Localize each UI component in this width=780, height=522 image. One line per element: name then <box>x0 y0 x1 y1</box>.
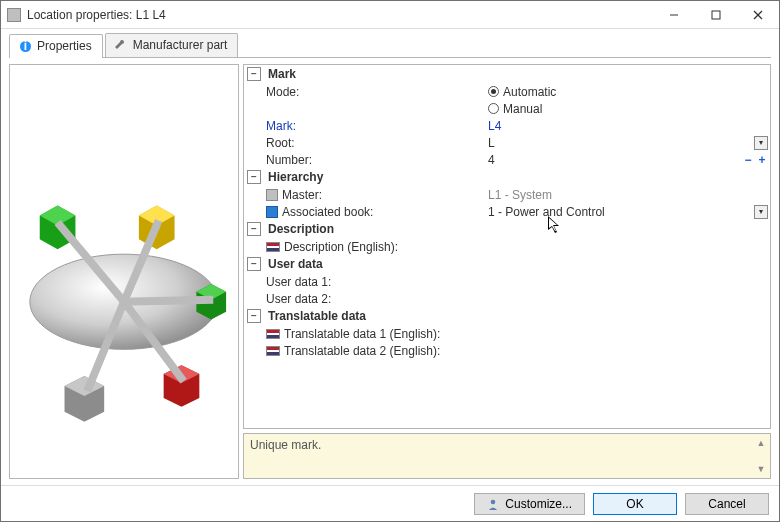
value-assoc-book[interactable]: 1 - Power and Control ▾ <box>484 205 770 219</box>
titlebar: Location properties: L1 L4 <box>1 1 779 29</box>
collapse-icon[interactable]: − <box>247 257 261 271</box>
svg-text:i: i <box>23 40 26 53</box>
row-td1: Translatable data 1 (English): <box>244 325 770 342</box>
collapse-icon[interactable]: − <box>247 222 261 236</box>
value-mode-auto[interactable]: Automatic <box>484 85 770 99</box>
row-ud1: User data 1: <box>244 273 770 290</box>
collapse-icon[interactable]: − <box>247 67 261 81</box>
row-mode: Mode: Automatic <box>244 83 770 100</box>
label-assoc-book: Associated book: <box>244 205 484 219</box>
row-root: Root: L ▾ <box>244 134 770 151</box>
window-title: Location properties: L1 L4 <box>27 8 653 22</box>
dropdown-icon[interactable]: ▾ <box>754 205 768 219</box>
row-assoc-book: Associated book: 1 - Power and Control ▾ <box>244 203 770 220</box>
scroll-up-icon[interactable]: ▲ <box>754 436 768 450</box>
value-mark[interactable]: L4 <box>484 119 770 133</box>
dialog-footer: Customize... OK Cancel <box>1 485 779 521</box>
person-icon <box>487 498 499 510</box>
section-mark[interactable]: − Mark <box>244 65 770 83</box>
book-icon <box>266 206 278 218</box>
radio-automatic[interactable] <box>488 86 499 97</box>
value-root[interactable]: L ▾ <box>484 136 770 150</box>
row-mode-manual: Manual <box>244 100 770 117</box>
number-plus-icon[interactable]: + <box>756 154 768 166</box>
value-number[interactable]: 4 − + <box>484 153 770 167</box>
value-master: L1 - System <box>484 188 770 202</box>
property-grid: − Mark Mode: Automatic Manual <box>243 64 771 429</box>
close-button[interactable] <box>737 1 779 28</box>
label-mode: Mode: <box>244 85 484 99</box>
hint-panel: Unique mark. ▲ ▼ <box>243 433 771 479</box>
flag-us-icon <box>266 346 280 356</box>
minimize-button[interactable] <box>653 1 695 28</box>
tab-manufacturer-label: Manufacturer part <box>133 38 228 52</box>
dialog-body: − Mark Mode: Automatic Manual <box>9 57 771 485</box>
flag-us-icon <box>266 242 280 252</box>
section-userdata[interactable]: − User data <box>244 255 770 273</box>
wrench-icon <box>114 38 128 52</box>
collapse-icon[interactable]: − <box>247 309 261 323</box>
svg-line-20 <box>124 299 213 301</box>
value-mode-manual[interactable]: Manual <box>484 102 770 116</box>
label-ud1: User data 1: <box>244 275 484 289</box>
tab-properties[interactable]: i Properties <box>9 34 103 58</box>
section-description[interactable]: − Description <box>244 220 770 238</box>
flag-us-icon <box>266 329 280 339</box>
row-number: Number: 4 − + <box>244 151 770 168</box>
right-pane: − Mark Mode: Automatic Manual <box>243 64 771 479</box>
info-icon: i <box>18 39 32 53</box>
cancel-button[interactable]: Cancel <box>685 493 769 515</box>
label-root: Root: <box>244 136 484 150</box>
tab-bar: i Properties Manufacturer part <box>1 29 779 57</box>
label-number: Number: <box>244 153 484 167</box>
app-icon <box>7 8 21 22</box>
row-td2: Translatable data 2 (English): <box>244 342 770 359</box>
cube-icon <box>266 189 278 201</box>
label-td2: Translatable data 2 (English): <box>244 344 484 358</box>
section-translatable[interactable]: − Translatable data <box>244 307 770 325</box>
collapse-icon[interactable]: − <box>247 170 261 184</box>
hint-text: Unique mark. <box>250 438 321 452</box>
tab-properties-label: Properties <box>37 39 92 53</box>
label-master: Master: <box>244 188 484 202</box>
label-mark[interactable]: Mark: <box>244 119 484 133</box>
row-mark: Mark: L4 <box>244 117 770 134</box>
number-minus-icon[interactable]: − <box>742 154 754 166</box>
label-td1: Translatable data 1 (English): <box>244 327 484 341</box>
radio-manual[interactable] <box>488 103 499 114</box>
preview-graphic <box>10 102 238 442</box>
section-hierarchy[interactable]: − Hierarchy <box>244 168 770 186</box>
svg-point-23 <box>491 499 496 504</box>
row-ud2: User data 2: <box>244 290 770 307</box>
customize-button[interactable]: Customize... <box>474 493 585 515</box>
dialog-window: Location properties: L1 L4 i Properties … <box>0 0 780 522</box>
label-desc-en: Description (English): <box>244 240 484 254</box>
svg-rect-1 <box>712 11 720 19</box>
maximize-button[interactable] <box>695 1 737 28</box>
row-desc-en: Description (English): <box>244 238 770 255</box>
ok-button[interactable]: OK <box>593 493 677 515</box>
preview-pane <box>9 64 239 479</box>
row-master: Master: L1 - System <box>244 186 770 203</box>
label-ud2: User data 2: <box>244 292 484 306</box>
tab-manufacturer[interactable]: Manufacturer part <box>105 33 239 57</box>
scroll-down-icon[interactable]: ▼ <box>754 462 768 476</box>
dropdown-icon[interactable]: ▾ <box>754 136 768 150</box>
window-buttons <box>653 1 779 28</box>
